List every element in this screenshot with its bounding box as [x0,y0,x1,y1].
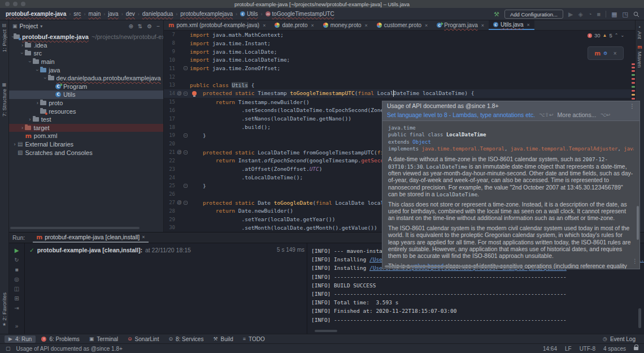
fold-icon[interactable]: − [184,134,188,137]
stop-icon[interactable]: ■ [15,267,18,273]
file-encoding[interactable]: UTF-8 [580,346,595,352]
intention-bulb-icon[interactable] [192,91,197,96]
tree-row[interactable]: ›protobuf-example-java~/projects/new/pro… [9,33,164,41]
tree-row[interactable]: ›test [9,115,164,124]
snapshot-icon[interactable]: ◫ [14,286,19,292]
debug-icon[interactable]: ◈ [578,11,582,18]
tree-chevron-icon[interactable]: › [12,141,18,147]
run-config-tab[interactable]: m protobuf-example-java [clean,install] … [33,233,148,243]
build-summary-row[interactable]: ✓ protobuf-example-java [clean,install]:… [25,243,307,253]
sidebar-item-favorites[interactable]: 2: Favorites★ [0,292,8,327]
error-stripe-mark[interactable] [632,74,635,76]
tree-row[interactable]: resources [9,107,164,115]
maximize-window-icon[interactable] [21,2,25,6]
tree-row[interactable]: ›src [9,49,164,58]
line-separator[interactable]: LF [565,346,572,352]
error-stripe-mark[interactable] [632,70,635,72]
vcs-update-icon[interactable]: ▦ [611,11,617,18]
tree-chevron-icon[interactable]: › [34,67,40,73]
tree-row[interactable]: ▧Scratches and Consoles [9,148,164,157]
code-line[interactable]: 7import java.math.MathContext; [164,31,631,39]
editor-tab[interactable]: date.proto× [270,20,318,30]
coverage-icon[interactable]: ◔ [588,11,592,18]
tab-close-icon[interactable]: × [311,23,314,28]
fold-icon[interactable]: − [184,92,188,96]
sidebar-item-maven[interactable]: mMaven [636,45,644,68]
run-panel-divider[interactable] [307,243,307,334]
error-stripe-mark[interactable] [632,78,635,80]
tree-row[interactable]: CUtils [9,91,164,99]
code-line[interactable]: 9import java.time.LocalDate; [164,48,631,56]
sidebar-item-ant[interactable]: ▪Ant [636,25,644,39]
collapse-all-icon[interactable]: ⇅ [138,23,142,29]
locate-icon[interactable]: ⊕ [128,23,133,29]
editor-tab[interactable]: CUtils.java× [489,20,534,30]
chevron-down-icon[interactable]: ▾ [40,24,42,29]
error-stripe-mark[interactable] [632,94,635,96]
build-hammer-icon[interactable]: ⚒ [494,11,499,18]
more-actions-link[interactable]: More actions... [558,111,597,118]
close-window-icon[interactable] [5,2,10,6]
error-stripe-mark[interactable] [632,82,635,84]
search-everywhere-icon[interactable] [633,11,639,18]
run-icon[interactable]: ▶ [568,11,573,18]
code-line[interactable]: 12 [164,72,631,81]
breadcrumb-item[interactable]: dev [126,11,135,17]
tree-row[interactable]: ›.idea [9,41,164,50]
tree-row[interactable]: ›main [9,58,164,66]
doc-more-icon[interactable]: ⋮ [632,258,638,264]
hide-panel-icon[interactable]: − [156,23,160,29]
doc-horizontal-scrollbar[interactable] [385,265,523,268]
toolwindow-button-build[interactable]: ⚒Build [209,335,237,343]
indent-setting[interactable]: 4 spaces [603,346,626,352]
breadcrumb-item[interactable]: src [73,11,81,17]
tab-close-icon[interactable]: × [481,23,484,28]
filter-icon[interactable]: ◎ [14,277,19,282]
restart-icon[interactable]: ↻ [14,257,19,263]
error-stripe-mark[interactable] [632,67,635,68]
breadcrumb-item[interactable]: mtoGoogleTimestampUTC [266,11,334,17]
scroll-to-end-icon[interactable]: ⇥ [14,305,19,311]
tree-row[interactable]: ›▤External Libraries [9,140,164,149]
lock-icon[interactable] [634,347,638,350]
code-line[interactable]: 14@− protected static Timestamp toGoogle… [164,89,631,98]
terminal-window-icon[interactable]: ◳ [623,11,628,18]
console-vertical-scrollbar[interactable] [638,308,641,328]
error-stripe-mark[interactable] [632,90,635,92]
tab-close-icon[interactable]: × [365,23,368,28]
doc-vertical-scrollbar[interactable] [637,206,639,240]
tree-row[interactable]: ›target [9,124,164,132]
tree-row[interactable]: mpom.xml [9,132,164,140]
toolwindow-button-services[interactable]: ⊙8: Services [164,335,207,343]
error-stripe-mark[interactable] [632,63,635,65]
tree-chevron-icon[interactable]: › [19,42,25,48]
tree-row[interactable]: CProgram [9,83,164,91]
tab-close-icon[interactable]: × [263,23,266,28]
fold-icon[interactable]: − [184,201,188,205]
tree-chevron-icon[interactable]: › [19,125,25,131]
sidebar-item-structure[interactable]: ▦7: Structure [0,83,8,117]
event-log-button[interactable]: ◷Event Log [599,335,639,343]
toolwindow-button-terminal[interactable]: ▣Terminal [85,335,122,343]
tree-row[interactable]: ›proto [9,99,164,107]
editor-tab[interactable]: CProgram.java× [432,20,489,30]
breadcrumb-item[interactable]: danielpadua [142,11,173,17]
error-stripe-mark[interactable] [632,98,635,100]
error-stripe-mark[interactable] [632,86,635,88]
minimize-window-icon[interactable] [13,2,18,6]
close-icon[interactable]: × [142,234,145,240]
tree-chevron-icon[interactable]: › [19,50,25,56]
console-horizontal-scrollbar[interactable] [315,330,337,332]
breadcrumb-item[interactable]: java [108,11,118,17]
tab-close-icon[interactable]: × [527,22,530,28]
editor-tab[interactable]: money.proto× [319,20,372,30]
tree-row[interactable]: ›dev.danielpadua.protobufexamplejava [9,74,164,83]
dump-icon[interactable]: ⊞ [14,296,19,302]
project-view-title[interactable]: Project [20,23,38,29]
stop-icon[interactable]: ■ [597,11,601,18]
toolwindow-button-problems[interactable]: !6: Problems [37,335,83,343]
editor-tab[interactable]: customer.proto× [372,20,432,30]
set-language-level-link[interactable]: Set language level to 8 - Lambdas, type … [387,111,535,118]
fold-icon[interactable]: − [184,66,188,70]
caret-position[interactable]: 14:64 [543,346,557,352]
